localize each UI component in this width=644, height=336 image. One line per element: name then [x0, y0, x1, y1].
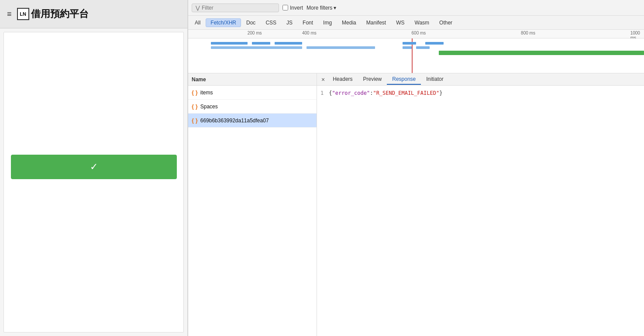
timeline-area: 200 ms400 ms600 ms800 ms1000 ms — [188, 30, 644, 73]
app-logo: LN 借用預約平台 — [17, 7, 89, 21]
network-item[interactable]: { }items — [188, 86, 317, 100]
app-title: 借用預約平台 — [31, 7, 89, 21]
type-tab-wasm[interactable]: Wasm — [410, 18, 434, 27]
json-icon: { } — [192, 89, 198, 96]
detail-tab-headers[interactable]: Headers — [327, 74, 358, 84]
type-tab-manifest[interactable]: Manifest — [362, 18, 391, 27]
type-tab-css[interactable]: CSS — [261, 18, 281, 27]
type-tab-fetch/xhr[interactable]: Fetch/XHR — [206, 18, 241, 27]
ruler-mark: 200 ms — [248, 31, 262, 35]
response-json: {"error_code":"R_SEND_EMAIL_FAILED"} — [329, 89, 442, 97]
ruler-mark: 800 ms — [521, 31, 535, 35]
detail-tab-initiator[interactable]: Initiator — [421, 74, 448, 84]
app-content: ✓ — [3, 32, 184, 333]
app-header: ≡ LN 借用預約平台 — [0, 0, 187, 28]
type-tab-js[interactable]: JS — [282, 18, 297, 27]
filter-input[interactable] — [202, 5, 263, 11]
response-line: 1 {"error_code":"R_SEND_EMAIL_FAILED"} — [320, 89, 641, 97]
filter-input-container[interactable]: ⋁ — [192, 3, 279, 12]
filter-bar: ⋁ Invert More filters ▾ — [188, 0, 644, 16]
check-icon: ✓ — [90, 161, 98, 173]
detail-tab-response[interactable]: Response — [387, 74, 421, 85]
timeline-waterfall — [188, 38, 644, 73]
network-item-name: 669b6b363992da11a5dfea07 — [200, 118, 269, 124]
invert-container: Invert — [282, 5, 303, 11]
app-panel: ≡ LN 借用預約平台 ✓ — [0, 0, 188, 336]
chevron-down-icon: ▾ — [334, 5, 336, 11]
detail-tabs-list: HeadersPreviewResponseInitiator — [327, 74, 448, 85]
green-button[interactable]: ✓ — [11, 155, 177, 179]
invert-checkbox[interactable] — [282, 5, 288, 10]
network-item-name: items — [200, 90, 213, 96]
close-button[interactable]: × — [319, 76, 327, 83]
logo-icon: LN — [17, 8, 29, 20]
network-items-container: { }items{ }Spaces{ }669b6b363992da11a5df… — [188, 86, 317, 128]
network-item[interactable]: { }669b6b363992da11a5dfea07 — [188, 114, 317, 128]
network-item-name: Spaces — [200, 104, 218, 110]
response-content: 1 {"error_code":"R_SEND_EMAIL_FAILED"} — [317, 86, 644, 336]
network-list-header: Name — [188, 73, 317, 86]
type-tab-other[interactable]: Other — [434, 18, 457, 27]
type-tab-media[interactable]: Media — [337, 18, 361, 27]
ruler-mark: 600 ms — [412, 31, 426, 35]
devtools-panel: ⋁ Invert More filters ▾ AllFetch/XHRDocC… — [188, 0, 644, 336]
more-filters-label: More filters — [307, 5, 332, 11]
filter-icon: ⋁ — [196, 5, 200, 11]
line-number: 1 — [320, 89, 324, 97]
type-tab-doc[interactable]: Doc — [241, 18, 260, 27]
json-icon: { } — [192, 103, 198, 110]
detail-panel: × HeadersPreviewResponseInitiator 1 {"er… — [317, 73, 644, 336]
type-filter-bar: AllFetch/XHRDocCSSJSFontImgMediaManifest… — [188, 16, 644, 30]
network-list: Name { }items{ }Spaces{ }669b6b363992da1… — [188, 73, 317, 336]
type-tab-img[interactable]: Img — [318, 18, 337, 27]
detail-tabs: × HeadersPreviewResponseInitiator — [317, 73, 644, 86]
json-icon: { } — [192, 117, 198, 124]
type-tab-ws[interactable]: WS — [391, 18, 409, 27]
invert-label: Invert — [290, 5, 303, 11]
ruler-mark: 400 ms — [302, 31, 317, 35]
network-item[interactable]: { }Spaces — [188, 100, 317, 114]
more-filters-button[interactable]: More filters ▾ — [307, 5, 336, 11]
hamburger-icon[interactable]: ≡ — [7, 10, 12, 19]
type-tab-font[interactable]: Font — [298, 18, 318, 27]
timeline-ruler: 200 ms400 ms600 ms800 ms1000 ms — [188, 30, 644, 38]
main-content: Name { }items{ }Spaces{ }669b6b363992da1… — [188, 73, 644, 336]
detail-tab-preview[interactable]: Preview — [358, 74, 387, 84]
type-tab-all[interactable]: All — [190, 18, 205, 27]
